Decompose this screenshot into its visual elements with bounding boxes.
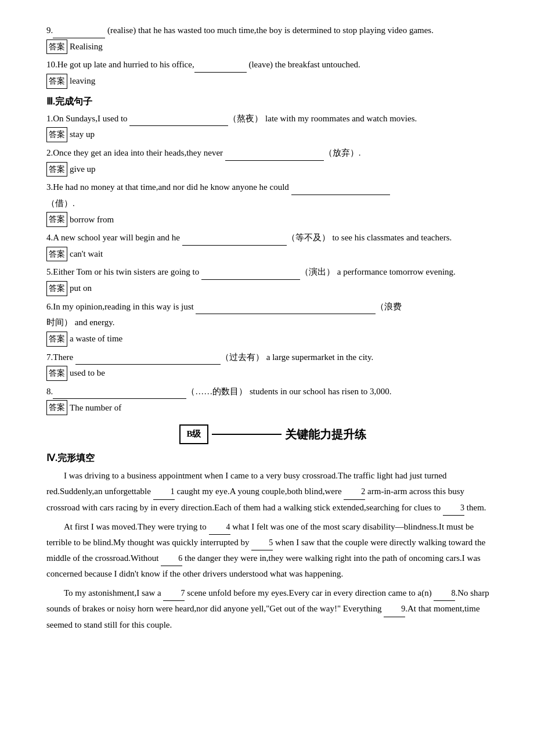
blank-4: 4 bbox=[209, 520, 230, 535]
blank-3: 3 bbox=[443, 501, 464, 516]
q9-blank bbox=[53, 38, 105, 38]
s3-q3-text2: （借）. bbox=[46, 196, 499, 211]
q9-answer-text: Realising bbox=[70, 39, 103, 55]
b-level-title: 关键能力提升练 bbox=[285, 424, 366, 444]
b-level-line bbox=[212, 434, 282, 435]
s3-q7-hint: （过去有） bbox=[221, 352, 264, 362]
q10-rest: the breakfast untouched. bbox=[273, 60, 360, 69]
q9-rest: that he has wasted too much time,the boy… bbox=[136, 26, 434, 35]
s3-a8-text: The number of bbox=[70, 401, 121, 416]
q9-number: 9. bbox=[46, 26, 53, 35]
s3-item-6: 6.In my opinion,reading in this way is j… bbox=[46, 300, 499, 347]
q10-answer-text: leaving bbox=[70, 74, 95, 89]
s3-q6-hint: （浪费 bbox=[376, 302, 402, 311]
s3-a7-tag: 答案 bbox=[46, 366, 67, 381]
s3-q8-hint: （……的数目） bbox=[186, 387, 247, 396]
s3-q7-before: 7.There bbox=[46, 352, 75, 362]
s3-a8: 答案 The number of bbox=[46, 400, 499, 415]
section3-header: Ⅲ.完成句子 bbox=[46, 93, 499, 109]
s3-item-1: 1.On Sundays,I used to （熬夜） late with my… bbox=[46, 111, 499, 142]
s3-q6-text: 6.In my opinion,reading in this way is j… bbox=[46, 300, 499, 315]
s3-item-5: 5.Either Tom or his twin sisters are goi… bbox=[46, 265, 499, 296]
s3-a8-tag: 答案 bbox=[46, 400, 67, 415]
s3-q8-blank bbox=[53, 398, 186, 399]
b-level-banner: B级 关键能力提升练 bbox=[46, 424, 499, 444]
s3-a5-tag: 答案 bbox=[46, 281, 67, 296]
q10-text: 10.He got up late and hurried to his off… bbox=[46, 57, 499, 73]
q9-answer-tag: 答案 bbox=[46, 39, 67, 55]
s3-q5-before: 5.Either Tom or his twin sisters are goi… bbox=[46, 267, 201, 276]
s3-a1: 答案 stay up bbox=[46, 127, 499, 142]
s3-a1-tag: 答案 bbox=[46, 127, 67, 142]
s3-item-8: 8.（……的数目） students in our school has ris… bbox=[46, 384, 499, 415]
section4-header: Ⅳ.完形填空 bbox=[46, 450, 499, 466]
s3-q8-after: students in our school has risen to 3,00… bbox=[247, 387, 391, 396]
s3-q5-hint: （演出） bbox=[300, 267, 335, 276]
s3-a2-text: give up bbox=[70, 162, 96, 177]
q10-blank bbox=[194, 72, 247, 73]
s3-q8-before: 8. bbox=[46, 387, 53, 396]
s3-a2-tag: 答案 bbox=[46, 162, 67, 177]
s3-q2-text: 2.Once they get an idea into their heads… bbox=[46, 146, 499, 161]
s3-a7: 答案 used to be bbox=[46, 366, 499, 381]
question-9: 9. (realise) that he has wasted too much… bbox=[46, 23, 499, 54]
s3-q5-blank bbox=[201, 279, 300, 280]
s3-a6-tag: 答案 bbox=[46, 332, 67, 347]
s3-q7-blank bbox=[75, 364, 221, 365]
s3-q6-hint2: 时间） bbox=[46, 318, 73, 327]
section3-items: 1.On Sundays,I used to （熬夜） late with my… bbox=[46, 111, 499, 415]
s3-q4-blank bbox=[182, 245, 287, 246]
s3-q7-text: 7.There （过去有） a large supermarket in the… bbox=[46, 350, 499, 365]
b-level-box: B级 bbox=[179, 424, 208, 444]
question-10: 10.He got up late and hurried to his off… bbox=[46, 57, 499, 88]
s3-a7-text: used to be bbox=[70, 366, 105, 381]
s3-q3-blank bbox=[291, 195, 390, 195]
s3-q2-before: 2.Once they get an idea into their heads… bbox=[46, 148, 225, 157]
blank-5: 5 bbox=[251, 535, 273, 550]
s3-q6-after: and energy. bbox=[73, 318, 114, 327]
s3-q4-after: to see his classmates and teachers. bbox=[330, 233, 452, 242]
s3-q3-before: 3.He had no money at that time,and nor d… bbox=[46, 182, 291, 192]
q10-answer: 答案 leaving bbox=[46, 74, 499, 89]
s3-q6-blank bbox=[196, 314, 376, 314]
s3-q6-text2: 时间） and energy. bbox=[46, 315, 499, 330]
s3-item-2: 2.Once they get an idea into their heads… bbox=[46, 146, 499, 177]
s3-item-4: 4.A new school year will begin and he （等… bbox=[46, 231, 499, 261]
s3-a1-text: stay up bbox=[70, 127, 95, 142]
s3-q3-hint: （借）. bbox=[46, 199, 75, 208]
q9-answer: 答案 Realising bbox=[46, 39, 499, 55]
s3-a6-text: a waste of time bbox=[70, 332, 122, 347]
s3-a4-tag: 答案 bbox=[46, 247, 67, 262]
q10-hint: (leave) bbox=[248, 60, 273, 69]
s3-q3-text: 3.He had no money at that time,and nor d… bbox=[46, 180, 499, 195]
s3-a4-text: can't wait bbox=[70, 247, 103, 262]
s3-a4: 答案 can't wait bbox=[46, 247, 499, 262]
s3-q7-after: a large supermarket in the city. bbox=[264, 352, 373, 362]
section4-para3: To my astonishment,I saw a 7 scene unfol… bbox=[46, 585, 499, 632]
s3-q4-text: 4.A new school year will begin and he （等… bbox=[46, 231, 499, 246]
s3-q4-hint: （等不及） bbox=[287, 233, 330, 242]
s3-q5-text: 5.Either Tom or his twin sisters are goi… bbox=[46, 265, 499, 280]
section4-para2: At first I was moved.They were trying to… bbox=[46, 519, 499, 582]
blank-1: 1 bbox=[153, 484, 175, 499]
q9-text: 9. (realise) that he has wasted too much… bbox=[46, 23, 499, 38]
q10-answer-tag: 答案 bbox=[46, 74, 67, 89]
s3-q1-text: 1.On Sundays,I used to （熬夜） late with my… bbox=[46, 111, 499, 127]
s3-a6: 答案 a waste of time bbox=[46, 332, 499, 347]
blank-8: 8 bbox=[434, 586, 455, 601]
s3-q1-hint: （熬夜） bbox=[228, 114, 263, 123]
section4-para1: I was driving to a business appointment … bbox=[46, 468, 499, 515]
q9-hint: (realise) bbox=[107, 26, 136, 35]
blank-6: 6 bbox=[161, 551, 182, 566]
blank-9: 9 bbox=[384, 602, 405, 617]
s3-a2: 答案 give up bbox=[46, 162, 499, 177]
s3-q5-after: a performance tomorrow evening. bbox=[335, 267, 456, 276]
s3-q1-before: 1.On Sundays,I used to bbox=[46, 114, 129, 123]
s3-q1-after: late with my roommates and watch movies. bbox=[263, 114, 417, 123]
s3-a5-text: put on bbox=[70, 281, 92, 296]
s3-q4-before: 4.A new school year will begin and he bbox=[46, 233, 182, 242]
blank-7: 7 bbox=[163, 586, 185, 601]
s3-a5: 答案 put on bbox=[46, 281, 499, 296]
s3-a3: 答案 borrow from bbox=[46, 212, 499, 227]
blank-2: 2 bbox=[344, 484, 365, 499]
